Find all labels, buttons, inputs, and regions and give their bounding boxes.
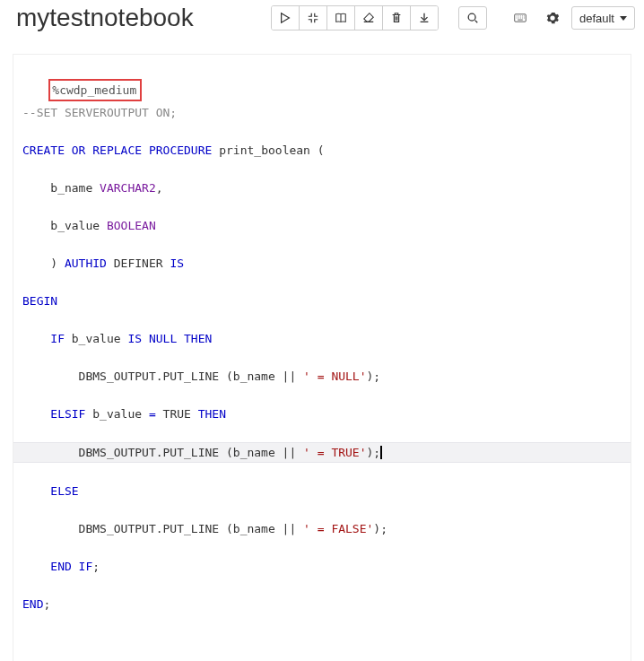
- download-icon: [418, 12, 431, 24]
- code-token: ' = FALSE': [303, 522, 373, 535]
- code-token: [22, 560, 50, 573]
- interpreter-directive: %cwdp_medium: [52, 83, 136, 97]
- gear-icon: [546, 12, 559, 24]
- chevron-down-icon: [620, 16, 627, 21]
- search-icon: [466, 12, 479, 24]
- eraser-button[interactable]: [354, 6, 382, 30]
- book-icon: [335, 12, 347, 24]
- code-token: ,: [156, 181, 163, 195]
- svg-point-1: [468, 13, 475, 21]
- code-token: CREATE: [22, 144, 65, 157]
- svg-marker-0: [282, 13, 290, 23]
- notebook-title[interactable]: mytestnotebook: [16, 4, 194, 32]
- mode-dropdown-label: default: [579, 12, 614, 25]
- interpreter-highlight: %cwdp_medium: [48, 79, 142, 101]
- search-button[interactable]: [458, 6, 487, 30]
- code-token: BEGIN: [22, 294, 57, 308]
- code-cell: %cwdp_medium --SET SERVEROUTPUT ON; CREA…: [13, 54, 631, 661]
- code-token: =: [149, 407, 156, 421]
- collapse-button[interactable]: [299, 6, 326, 30]
- code-token: ;: [43, 597, 50, 611]
- code-token: DBMS_OUTPUT.PUT_LINE (b_name ||: [22, 370, 303, 383]
- code-token: --SET SERVEROUTPUT ON;: [22, 106, 177, 119]
- run-all-button[interactable]: [272, 6, 299, 30]
- code-token: TRUE: [156, 407, 198, 421]
- text-cursor: [380, 446, 382, 459]
- code-token: );: [367, 370, 381, 383]
- code-token: ): [22, 257, 65, 270]
- compress-icon: [307, 12, 319, 24]
- code-token: ' = NULL': [303, 370, 366, 383]
- keyboard-icon: [514, 12, 527, 24]
- delete-button[interactable]: [382, 6, 410, 30]
- code-token: );: [367, 446, 381, 459]
- code-token: DBMS_OUTPUT.PUT_LINE (b_name ||: [22, 522, 303, 535]
- code-token: VARCHAR2: [100, 181, 156, 195]
- code-token: ELSIF: [22, 407, 85, 421]
- play-icon: [279, 12, 292, 24]
- book-button[interactable]: [326, 6, 354, 30]
- code-token: PROCEDURE: [149, 144, 212, 157]
- code-token: IF: [22, 332, 65, 345]
- code-token: b_name: [22, 181, 100, 195]
- code-token: THEN: [198, 407, 226, 421]
- code-token: print_boolean (: [212, 144, 324, 157]
- code-token: DEFINER: [107, 257, 170, 270]
- code-token: AUTHID: [65, 257, 107, 270]
- eraser-icon: [362, 12, 375, 24]
- code-token: ' = TRUE': [303, 446, 366, 459]
- code-token: IS NULL THEN: [127, 332, 212, 345]
- code-token: END: [22, 597, 43, 611]
- code-token: DBMS_OUTPUT.PUT_LINE (b_name ||: [22, 446, 303, 459]
- keyboard-button[interactable]: [507, 6, 534, 30]
- code-token: OR: [72, 144, 86, 157]
- code-token: b_value: [85, 407, 148, 421]
- run-controls-group: [271, 5, 439, 30]
- code-token: IS: [170, 257, 184, 270]
- code-token: REPLACE: [92, 144, 142, 157]
- code-token: BOOLEAN: [107, 219, 156, 232]
- code-editor[interactable]: %cwdp_medium --SET SERVEROUTPUT ON; CREA…: [13, 55, 631, 661]
- code-token: b_value: [65, 332, 127, 345]
- code-token: ELSE: [22, 484, 79, 498]
- code-token: END IF: [50, 560, 92, 573]
- code-token: ;: [92, 560, 100, 573]
- download-button[interactable]: [410, 6, 438, 30]
- code-token: b_value: [22, 219, 107, 232]
- mode-dropdown[interactable]: default: [571, 6, 635, 30]
- code-token: );: [373, 522, 387, 535]
- settings-button[interactable]: [539, 6, 566, 30]
- notebook-header: mytestnotebook: [0, 0, 644, 38]
- trash-icon: [390, 12, 403, 24]
